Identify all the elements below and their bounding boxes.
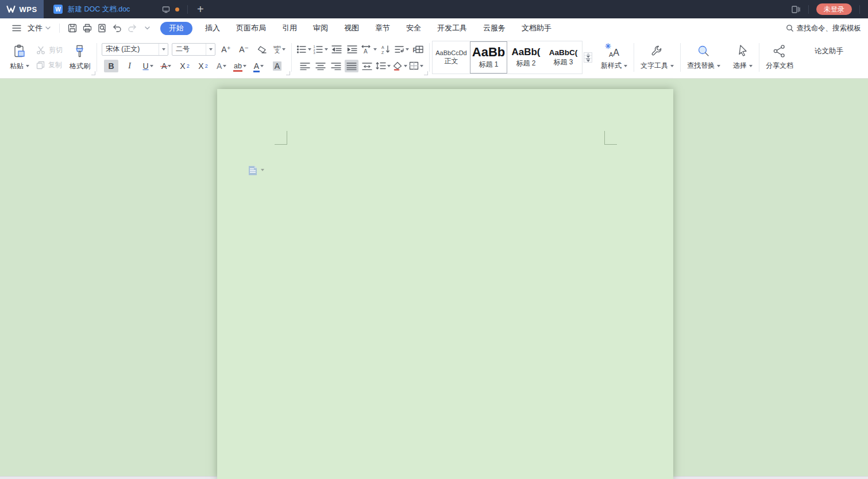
tab-home[interactable]: 开始 — [160, 22, 192, 35]
italic-button[interactable]: I — [122, 60, 137, 72]
char-shading-button[interactable]: A — [270, 60, 284, 72]
text-effects-button[interactable]: A — [214, 60, 229, 72]
clipboard-dialog-launcher[interactable] — [91, 71, 95, 75]
clipboard-group: 粘贴 剪切 复制 — [3, 40, 97, 75]
tab-review[interactable]: 审阅 — [305, 18, 336, 38]
align-left-icon — [300, 62, 310, 70]
scissors-icon — [36, 46, 45, 55]
redo-button[interactable] — [125, 21, 140, 36]
numbering-button[interactable]: 1 2 3 — [313, 43, 328, 56]
font-color-button[interactable]: A — [252, 60, 266, 72]
tab-doc-assistant[interactable]: 文档助手 — [514, 18, 560, 38]
increase-indent-button[interactable] — [345, 43, 359, 56]
font-size-combobox[interactable]: 二号 — [172, 43, 215, 56]
paragraph-settings-button[interactable] — [394, 43, 409, 56]
command-search[interactable]: 查找命令、搜索模板 — [786, 18, 862, 38]
screen-share-icon[interactable] — [162, 6, 170, 13]
strikethrough-caret — [168, 65, 171, 67]
titlebar: WPS W 新建 DOC 文档.doc + 未登录 — [0, 0, 868, 18]
align-center-button[interactable] — [314, 60, 327, 72]
font-family-combobox[interactable]: 宋体 (正文) — [102, 43, 168, 56]
new-tab-button[interactable]: + — [188, 0, 213, 18]
text-tools-button[interactable]: 文字工具 — [634, 40, 680, 75]
login-button[interactable]: 未登录 — [816, 3, 852, 15]
font-color-caret — [260, 65, 264, 67]
char-scaling-icon: A — [361, 45, 372, 54]
line-spacing-icon — [376, 61, 386, 70]
justify-button[interactable] — [345, 60, 358, 72]
align-right-button[interactable] — [329, 60, 343, 72]
font-dialog-launcher[interactable] — [286, 71, 290, 75]
paper-assistant-button[interactable]: 论文助手 — [815, 47, 843, 56]
doc-badge-icon — [248, 165, 257, 176]
shading-button[interactable] — [392, 60, 407, 72]
numbering-icon: 1 2 3 — [313, 45, 323, 54]
select-button[interactable]: 选择 — [727, 40, 759, 75]
svg-text:A: A — [381, 45, 384, 49]
styles-gallery-more[interactable] — [584, 59, 592, 63]
save-button[interactable] — [65, 21, 80, 36]
wps-home-button[interactable]: WPS — [0, 0, 44, 18]
style-heading-3[interactable]: AaBbC( 标题 3 — [545, 41, 582, 74]
find-replace-button[interactable]: 查找替换 — [681, 40, 727, 75]
styles-group: AaBbCcDd 正文 AaBb 标题 1 AaBb( 标题 2 AaBbC( … — [430, 40, 595, 75]
customize-toolbar-icon[interactable] — [140, 21, 155, 36]
window-manage-icon[interactable] — [783, 5, 808, 14]
paragraph-dialog-launcher[interactable] — [424, 71, 428, 75]
highlight-color-button[interactable]: ab — [233, 60, 248, 72]
highlight-caret — [243, 65, 246, 67]
cut-button[interactable]: 剪切 — [36, 45, 63, 55]
print-preview-button[interactable] — [95, 21, 110, 36]
undo-button[interactable] — [110, 21, 125, 36]
find-magnifier-icon — [697, 44, 711, 58]
paste-options-badge[interactable] — [248, 165, 264, 176]
tab-section[interactable]: 章节 — [367, 18, 398, 38]
bold-button[interactable]: B — [104, 60, 118, 72]
copy-button[interactable]: 复制 — [36, 60, 63, 70]
copy-icon — [36, 61, 45, 69]
bullets-button[interactable] — [296, 43, 311, 56]
decrease-indent-button[interactable] — [330, 43, 344, 56]
increase-font-button[interactable]: A⁺ — [219, 43, 233, 56]
tab-developer[interactable]: 开发工具 — [429, 18, 475, 38]
new-style-button[interactable]: ✳ A A 新样式 — [595, 40, 634, 75]
command-search-text: 查找命令、搜索模板 — [797, 24, 862, 33]
underline-button[interactable]: U — [141, 60, 155, 72]
distribute-button[interactable] — [360, 60, 374, 72]
distribute-icon — [362, 62, 372, 70]
char-scaling-button[interactable]: A — [361, 43, 377, 56]
subscript-button[interactable]: X2 — [196, 60, 210, 72]
eraser-icon — [257, 45, 267, 54]
document-page[interactable] — [217, 89, 673, 479]
tab-grid-button[interactable]: F — [411, 43, 425, 56]
sort-button[interactable]: A Z — [379, 43, 392, 56]
pinyin-guide-button[interactable]: wén 文 — [272, 43, 287, 56]
line-spacing-button[interactable] — [376, 60, 391, 72]
style-heading-2[interactable]: AaBb( 标题 2 — [507, 41, 545, 74]
strikethrough-button[interactable]: A — [159, 60, 173, 72]
tab-insert[interactable]: 插入 — [197, 18, 228, 38]
tab-security[interactable]: 安全 — [398, 18, 429, 38]
file-menu-button[interactable]: 文件 — [24, 23, 54, 33]
decrease-font-button[interactable]: A⁻ — [237, 43, 251, 56]
document-tab[interactable]: W 新建 DOC 文档.doc — [44, 0, 187, 18]
align-left-button[interactable] — [298, 60, 312, 72]
style-normal[interactable]: AaBbCcDd 正文 — [433, 41, 470, 74]
numbering-caret — [325, 48, 328, 51]
font-group: 宋体 (正文) 二号 A⁺ A⁻ wén 文 — [97, 40, 291, 75]
superscript-button[interactable]: X2 — [178, 60, 192, 72]
tab-page-layout[interactable]: 页面布局 — [228, 18, 274, 38]
paste-button[interactable]: 粘贴 — [6, 43, 33, 72]
tab-references[interactable]: 引用 — [274, 18, 305, 38]
format-painter-button[interactable]: 格式刷 — [65, 43, 94, 72]
style-heading-1[interactable]: AaBb 标题 1 — [470, 41, 507, 74]
tab-view[interactable]: 视图 — [336, 18, 367, 38]
font-size-value: 二号 — [176, 44, 190, 54]
share-document-button[interactable]: 分享文档 — [759, 40, 800, 75]
clear-format-button[interactable] — [254, 43, 269, 56]
main-menu-icon[interactable] — [9, 21, 24, 36]
find-replace-caret — [717, 65, 720, 67]
print-button[interactable] — [80, 21, 95, 36]
tab-cloud-services[interactable]: 云服务 — [475, 18, 514, 38]
borders-button[interactable] — [409, 60, 423, 72]
